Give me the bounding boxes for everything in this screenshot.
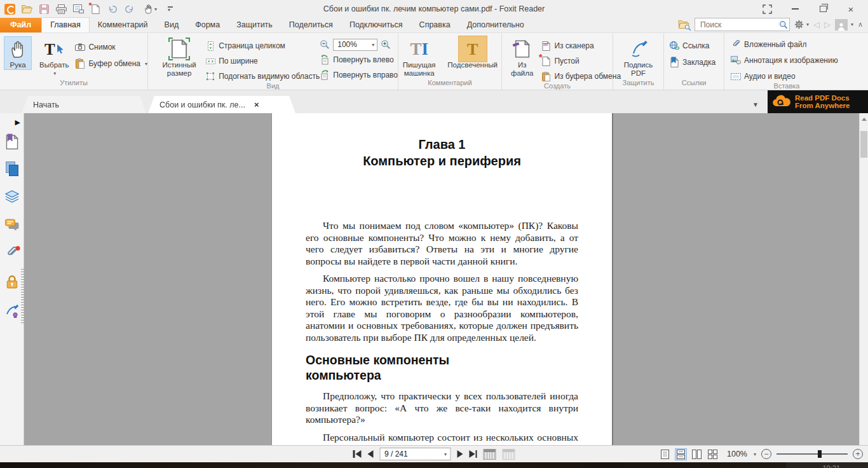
promo-banner[interactable]: Read PDF Docs From Anywhere xyxy=(768,90,868,113)
history-forward-icon[interactable]: ▷ xyxy=(824,20,831,29)
touch-mode-icon[interactable]: ▾ xyxy=(141,3,160,15)
arrange-windows-icon[interactable] xyxy=(761,4,773,14)
scroll-up-icon[interactable] xyxy=(860,114,868,123)
page-number-combo[interactable]: 9 / 241 ▾ xyxy=(379,448,451,460)
tab-connect[interactable]: Подключиться xyxy=(341,18,411,32)
settings-gear-icon[interactable]: ▾ xyxy=(794,20,809,29)
continuous-view-icon[interactable] xyxy=(675,449,686,460)
attachments-panel-icon[interactable] xyxy=(5,247,18,260)
snapshot-button[interactable]: Снимок xyxy=(75,41,147,53)
open-file-icon[interactable] xyxy=(21,3,32,15)
tab-list-dropdown-icon[interactable]: ▼ xyxy=(752,101,759,108)
tab-form[interactable]: Форма xyxy=(187,18,228,32)
zoom-in-icon[interactable] xyxy=(381,39,391,50)
doc-tab-current[interactable]: Сбои и ошибки пк. ле... × xyxy=(148,96,295,113)
search-folder-icon[interactable] xyxy=(678,20,690,30)
fit-page-button[interactable]: Страница целиком xyxy=(205,40,320,52)
account-avatar[interactable]: ▾ xyxy=(835,19,853,31)
close-button[interactable]: × xyxy=(845,4,857,14)
blank-pdf-button[interactable]: * Пустой xyxy=(541,55,621,67)
hand-tool-button[interactable]: Рука xyxy=(4,36,32,70)
fit-width-button[interactable]: По ширине xyxy=(205,55,320,67)
zoom-minus-button[interactable]: − xyxy=(761,449,771,459)
search-box xyxy=(695,18,790,31)
attachment-button[interactable]: Вложенный файл xyxy=(731,39,838,50)
page-indicator: 9 / 241 xyxy=(384,450,408,458)
doc-tab-close-icon[interactable]: × xyxy=(254,100,259,109)
first-page-button[interactable] xyxy=(353,450,362,458)
highlight-button[interactable]: T Подсвеченный xyxy=(445,36,500,70)
undo-icon[interactable] xyxy=(107,3,118,15)
rotate-left-button[interactable]: Повернуть влево xyxy=(320,54,398,65)
image-annotation-label: Аннотация к изображению xyxy=(744,56,838,65)
zoom-plus-button[interactable]: + xyxy=(853,449,863,459)
audio-video-button[interactable]: Аудио и видео xyxy=(731,71,838,82)
next-view-icon[interactable] xyxy=(503,449,515,460)
sign-pdf-button[interactable]: Подпись PDF xyxy=(616,36,661,78)
from-scanner-label: Из сканера xyxy=(554,41,593,50)
doc-tab-current-label: Сбои и ошибки пк. ле... xyxy=(159,100,245,109)
true-size-icon xyxy=(171,38,187,60)
bookmark-button[interactable]: Закладка xyxy=(669,57,715,68)
zoom-slider-handle[interactable] xyxy=(818,450,822,458)
single-page-view-icon[interactable] xyxy=(660,449,670,460)
tab-comment[interactable]: Комментарий xyxy=(90,18,156,32)
search-input[interactable] xyxy=(699,20,779,30)
collapse-ribbon-icon[interactable]: ∧ xyxy=(858,20,863,29)
typewriter-button[interactable]: TI Пишущая машинка xyxy=(400,36,438,78)
tab-share[interactable]: Поделиться xyxy=(281,18,341,32)
previous-view-icon[interactable] xyxy=(484,449,496,460)
previous-page-button[interactable] xyxy=(367,450,373,458)
email-icon[interactable] xyxy=(72,3,84,15)
link-label: Ссылка xyxy=(682,41,709,50)
vertical-scrollbar[interactable] xyxy=(859,113,868,445)
from-clipboard-button[interactable]: Из буфера обмена xyxy=(541,71,621,82)
select-tool-button[interactable]: T Выбрать ▾ xyxy=(37,36,71,78)
continuous-facing-view-icon[interactable] xyxy=(707,449,718,460)
history-back-icon[interactable]: ◁ xyxy=(813,20,820,29)
last-page-button[interactable] xyxy=(469,450,477,458)
save-icon[interactable] xyxy=(38,3,50,15)
true-size-button[interactable]: Истинный размер xyxy=(154,36,204,78)
tab-file[interactable]: Файл xyxy=(0,18,41,32)
sidebar-expand-icon[interactable]: ▶ xyxy=(15,118,20,127)
ribbon-group-comment: TI Пишущая машинка T Подсвеченный Коммен… xyxy=(398,33,502,90)
comments-panel-icon[interactable] xyxy=(4,219,19,231)
status-bar: 9 / 241 ▾ 100% ▾ − + xyxy=(0,445,868,462)
facing-view-icon[interactable] xyxy=(691,449,702,460)
fit-visible-button[interactable]: Подогнать видимую область xyxy=(205,71,320,82)
zoom-level-combo[interactable]: 100% ▾ xyxy=(333,39,377,51)
pages-panel-icon[interactable] xyxy=(6,162,18,176)
scrollbar-thumb[interactable] xyxy=(860,131,867,158)
search-icon[interactable] xyxy=(779,20,788,29)
print-icon[interactable] xyxy=(55,3,67,15)
clipboard-button[interactable]: Буфер обмена ▾ xyxy=(75,58,147,69)
security-panel-icon[interactable] xyxy=(6,275,18,289)
layers-panel-icon[interactable] xyxy=(5,190,19,204)
pdf-page[interactable]: Глава 1 Компьютер и периферия Что мы пон… xyxy=(271,113,613,445)
tab-home[interactable]: Главная xyxy=(41,17,90,32)
from-file-button[interactable]: Из файла xyxy=(508,36,536,78)
tab-view[interactable]: Вид xyxy=(156,18,187,32)
signatures-panel-icon[interactable] xyxy=(5,304,19,318)
tab-protect[interactable]: Защитить xyxy=(228,18,281,32)
create-pdf-icon[interactable]: * xyxy=(90,3,101,15)
customize-qat-icon[interactable]: ▾ xyxy=(166,3,175,15)
next-page-button[interactable] xyxy=(457,450,463,458)
zoom-slider[interactable] xyxy=(776,450,848,458)
minimize-button[interactable] xyxy=(789,4,801,14)
image-annotation-button[interactable]: Аннотация к изображению xyxy=(731,55,838,66)
foxit-logo-icon[interactable] xyxy=(4,3,15,15)
rotate-right-button[interactable]: Повернуть вправо xyxy=(320,69,398,81)
link-button[interactable]: Ссылка xyxy=(669,40,715,52)
redo-icon[interactable] xyxy=(124,3,135,15)
from-scanner-button[interactable]: Из сканера xyxy=(541,40,621,52)
bookmarks-panel-icon[interactable] xyxy=(6,135,18,149)
restore-button[interactable] xyxy=(817,4,829,14)
doc-tab-start[interactable]: Начать xyxy=(22,96,146,113)
tab-extras[interactable]: Дополнительно xyxy=(459,18,532,32)
tab-help[interactable]: Справка xyxy=(411,18,459,32)
sidebar-resize-grip[interactable] xyxy=(21,269,24,323)
status-zoom-dropdown-icon[interactable]: ▾ xyxy=(754,451,756,457)
zoom-out-icon[interactable] xyxy=(320,39,330,50)
